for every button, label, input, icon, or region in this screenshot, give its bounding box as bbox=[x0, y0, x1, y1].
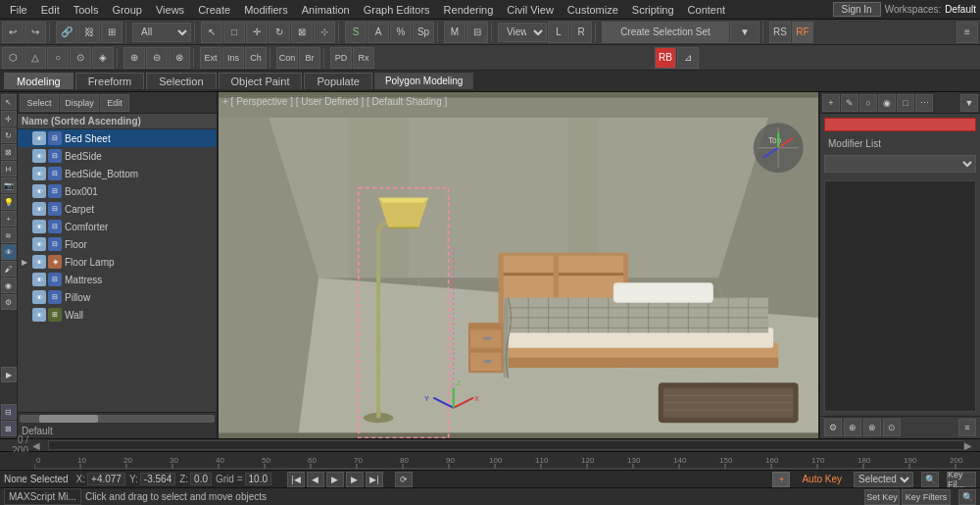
rp-bottom-btn1[interactable]: ⚙ bbox=[824, 419, 842, 436]
bridge-btn[interactable]: Br bbox=[299, 47, 320, 69]
scene-item-wall[interactable]: 👁 ⊞ Wall bbox=[18, 306, 217, 324]
tool-eye[interactable]: 👁 bbox=[1, 244, 17, 260]
percent-snap[interactable]: % bbox=[390, 22, 412, 43]
modifier-dropdown[interactable] bbox=[824, 155, 976, 173]
rp-edit-btn[interactable]: ✎ bbox=[841, 94, 858, 112]
tab-selection[interactable]: Selection bbox=[146, 73, 216, 89]
scene-item-floor[interactable]: 👁 ⊟ Floor bbox=[18, 235, 217, 253]
t2-rb1[interactable]: RB bbox=[655, 47, 676, 69]
explorer-btn-display[interactable]: Display bbox=[60, 94, 99, 112]
poly-mode-btn5[interactable]: ◈ bbox=[92, 47, 114, 69]
rp-bottom-btn3[interactable]: ⊗ bbox=[863, 419, 881, 436]
tool-scale[interactable]: ⊠ bbox=[1, 144, 17, 160]
t2-btn3[interactable]: ⊗ bbox=[169, 47, 190, 69]
render-frame[interactable]: RF bbox=[792, 22, 813, 43]
snap-toggle[interactable]: S bbox=[345, 22, 367, 43]
select-region-button[interactable]: □ bbox=[223, 22, 245, 43]
tool-hierarchy[interactable]: H bbox=[1, 161, 17, 177]
play-prev-key[interactable]: |◀ bbox=[287, 472, 305, 487]
eye-icon-bedside[interactable]: 👁 bbox=[32, 149, 46, 163]
scene-item-comforter[interactable]: 👁 ⊟ Comforter bbox=[18, 218, 217, 235]
eye-icon-mattress[interactable]: 👁 bbox=[32, 273, 46, 286]
rp-sphere-btn[interactable]: ◉ bbox=[878, 94, 896, 112]
unlink-button[interactable]: ⛓ bbox=[78, 22, 100, 43]
spinner-snap[interactable]: Sp bbox=[413, 22, 434, 43]
connect-btn[interactable]: Con bbox=[276, 47, 298, 69]
scene-sort-header[interactable]: Name (Sorted Ascending) bbox=[18, 114, 217, 129]
eye-icon-bed-sheet[interactable]: 👁 bbox=[32, 131, 46, 145]
select-button[interactable]: ↖ bbox=[201, 22, 222, 43]
color-swatch[interactable] bbox=[824, 118, 976, 131]
rp-bottom-btn5[interactable]: ≡ bbox=[958, 419, 976, 436]
explorer-btn-edit[interactable]: Edit bbox=[100, 94, 129, 112]
scroll-thumb[interactable] bbox=[39, 415, 98, 423]
angle-snap[interactable]: A bbox=[368, 22, 389, 43]
set-key-button[interactable]: Set Key bbox=[864, 489, 900, 505]
viewport[interactable]: + [ Perspective ] [ User Defined ] [ Def… bbox=[219, 92, 818, 438]
scene-item-bed-sheet[interactable]: 👁 ⊟ Bed Sheet bbox=[18, 129, 217, 147]
tool-helper[interactable]: + bbox=[1, 211, 17, 227]
filter-dropdown[interactable]: All bbox=[132, 23, 191, 42]
reference-coord-button[interactable]: ⊹ bbox=[314, 22, 335, 43]
rp-bottom-btn4[interactable]: ⊙ bbox=[883, 419, 901, 436]
tool-rotate[interactable]: ↻ bbox=[1, 127, 17, 143]
search-btn[interactable]: 🔍 bbox=[921, 472, 939, 487]
scene-item-bedside[interactable]: 👁 ⊟ BedSide bbox=[18, 147, 217, 165]
view-dropdown[interactable]: View bbox=[498, 23, 547, 42]
chamfer-btn[interactable]: Ch bbox=[245, 47, 267, 69]
sign-in-button[interactable]: Sign In bbox=[833, 2, 881, 17]
rp-circle-btn[interactable]: ○ bbox=[859, 94, 877, 112]
scene-scrollbar-h[interactable] bbox=[18, 412, 217, 424]
bottom-search-btn[interactable]: 🔍 bbox=[958, 489, 976, 505]
tab-object-paint[interactable]: Object Paint bbox=[219, 73, 303, 89]
auto-key-btn[interactable]: + bbox=[772, 472, 790, 487]
tool-space-warp[interactable]: ≋ bbox=[1, 227, 17, 243]
scene-item-pillow[interactable]: 👁 ⊟ Pillow bbox=[18, 288, 217, 306]
rp-pin-btn[interactable]: ▼ bbox=[960, 94, 978, 112]
play-next-key[interactable]: ▶| bbox=[366, 472, 383, 487]
key-type-dropdown[interactable]: Selected bbox=[854, 472, 913, 487]
key-filters-bottom-btn[interactable]: Key Filters bbox=[902, 489, 951, 505]
move-button[interactable]: ✛ bbox=[246, 22, 268, 43]
tab-modeling[interactable]: Modeling bbox=[4, 73, 74, 89]
inset-btn[interactable]: Ins bbox=[222, 47, 244, 69]
eye-icon-pillow[interactable]: 👁 bbox=[32, 290, 46, 304]
create-sel-btn1[interactable]: Create Selection Set bbox=[602, 22, 729, 43]
eye-icon-comforter[interactable]: 👁 bbox=[32, 220, 46, 233]
tool-light[interactable]: 💡 bbox=[1, 194, 17, 210]
menu-content[interactable]: Content bbox=[682, 4, 732, 16]
tool-display[interactable]: ◉ bbox=[1, 278, 17, 293]
render-setup[interactable]: RS bbox=[769, 22, 791, 43]
eye-icon-box001[interactable]: 👁 bbox=[32, 184, 46, 198]
menu-file[interactable]: File bbox=[4, 4, 33, 16]
key-filters-btn[interactable]: Key Fil... bbox=[947, 472, 976, 487]
play-button[interactable]: ▶ bbox=[326, 472, 344, 487]
layer-manager[interactable]: L bbox=[548, 22, 569, 43]
rp-add-btn[interactable]: + bbox=[822, 94, 840, 112]
t2-btn2[interactable]: ⊖ bbox=[146, 47, 168, 69]
menu-modifiers[interactable]: Modifiers bbox=[238, 4, 294, 16]
menu-create[interactable]: Create bbox=[192, 4, 236, 16]
ribbon-button[interactable]: R bbox=[570, 22, 592, 43]
poly-mode-btn1[interactable]: ⬡ bbox=[2, 47, 24, 69]
scroll-track[interactable] bbox=[20, 415, 215, 423]
rp-box-btn[interactable]: □ bbox=[897, 94, 914, 112]
select-link-button[interactable]: 🔗 bbox=[56, 22, 77, 43]
scene-item-mattress[interactable]: 👁 ⊟ Mattress bbox=[18, 271, 217, 288]
timeline-track[interactable] bbox=[48, 440, 964, 450]
scene-item-box001[interactable]: 👁 ⊟ Box001 bbox=[18, 182, 217, 200]
scale-button[interactable]: ⊠ bbox=[291, 22, 313, 43]
menu-rendering[interactable]: Rendering bbox=[438, 4, 500, 16]
extra-btn1[interactable]: ≡ bbox=[956, 22, 978, 43]
play-prev-frame[interactable]: ◀ bbox=[307, 472, 324, 487]
extrude-btn[interactable]: Ext bbox=[200, 47, 221, 69]
tool-move[interactable]: ✛ bbox=[1, 111, 17, 126]
eye-icon-floor[interactable]: 👁 bbox=[32, 237, 46, 251]
tab-freeform[interactable]: Freeform bbox=[75, 73, 145, 89]
named-sel-btn[interactable]: ▼ bbox=[730, 22, 760, 43]
t2-rb2[interactable]: ⊿ bbox=[677, 47, 699, 69]
menu-edit[interactable]: Edit bbox=[35, 4, 66, 16]
transport-prev-btn[interactable]: ◀ bbox=[32, 440, 48, 451]
poly-mode-btn3[interactable]: ○ bbox=[47, 47, 69, 69]
rp-bottom-btn2[interactable]: ⊕ bbox=[844, 419, 861, 436]
